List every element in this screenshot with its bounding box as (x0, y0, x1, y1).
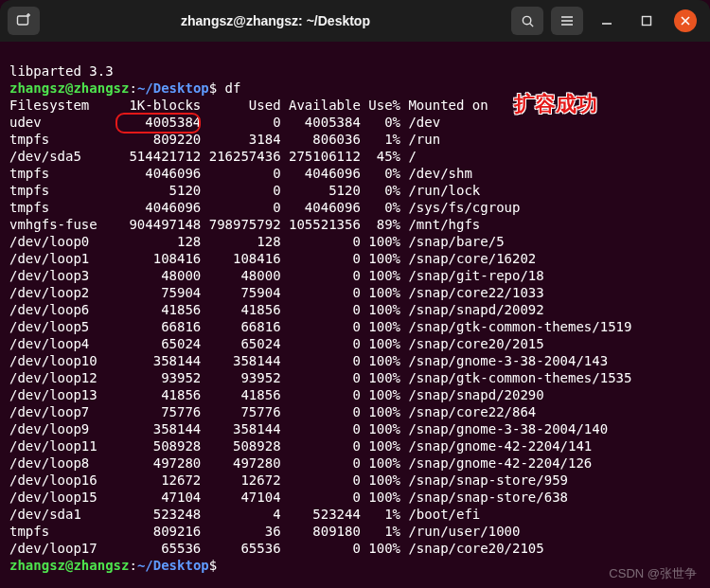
df-row: /dev/loop16 12672 12672 0 100% /snap/sna… (9, 472, 701, 489)
terminal-output[interactable]: libparted 3.3zhangsz@zhangsz:~/Desktop$ … (0, 42, 710, 588)
df-row: /dev/loop5 66816 66816 0 100% /snap/gtk-… (9, 318, 701, 335)
prompt-colon: : (129, 80, 136, 96)
titlebar: zhangsz@zhangsz: ~/Desktop (0, 0, 710, 42)
df-row: tmpfs 809220 3184 806036 1% /run (9, 131, 701, 148)
df-row: tmpfs 4046096 0 4046096 0% /dev/shm (9, 165, 701, 182)
df-row: /dev/loop10 358144 358144 0 100% /snap/g… (9, 352, 701, 369)
df-row: /dev/sda5 514421712 216257436 275106112 … (9, 148, 701, 165)
df-row: /dev/loop13 41856 41856 0 100% /snap/sna… (9, 386, 701, 403)
df-row: /dev/loop7 75776 75776 0 100% /snap/core… (9, 403, 701, 420)
maximize-button[interactable] (630, 7, 663, 35)
df-row: /dev/loop11 508928 508928 0 100% /snap/g… (9, 437, 701, 454)
search-icon (521, 14, 535, 28)
hamburger-menu-button[interactable] (551, 7, 583, 35)
df-row: udev 4005384 0 4005384 0% /dev (9, 114, 701, 131)
window-title: zhangsz@zhangsz: ~/Desktop (47, 12, 504, 29)
df-row: /dev/loop3 48000 48000 0 100% /snap/git-… (9, 267, 701, 284)
df-row: /dev/loop0 128 128 0 100% /snap/bare/5 (9, 233, 701, 250)
prompt-path: ~/Desktop (137, 558, 209, 573)
df-row: /dev/loop1 108416 108416 0 100% /snap/co… (9, 250, 701, 267)
close-button[interactable] (674, 9, 697, 32)
lib-line: libparted 3.3 (9, 62, 701, 80)
df-row: /dev/loop8 497280 497280 0 100% /snap/gn… (9, 454, 701, 472)
maximize-icon (641, 15, 652, 27)
svg-rect-9 (643, 17, 651, 26)
df-row: /dev/loop4 65024 65024 0 100% /snap/core… (9, 335, 701, 352)
df-header: Filesystem 1K-blocks Used Available Use%… (9, 97, 701, 114)
df-row: /dev/loop2 75904 75904 0 100% /snap/core… (9, 284, 701, 301)
df-row: /dev/loop12 93952 93952 0 100% /snap/gtk… (9, 369, 701, 386)
svg-rect-0 (18, 16, 28, 25)
prompt-colon: : (129, 558, 136, 573)
df-row: /dev/loop17 65536 65536 0 100% /snap/cor… (9, 540, 701, 557)
minimize-button[interactable] (591, 7, 623, 35)
prompt-line-2[interactable]: zhangsz@zhangsz:~/Desktop$ (9, 557, 701, 574)
watermark: CSDN @张世争 (609, 565, 697, 582)
svg-point-3 (523, 16, 530, 24)
df-row: /dev/loop6 41856 41856 0 100% /snap/snap… (9, 301, 701, 318)
new-tab-button[interactable] (8, 7, 40, 35)
hamburger-icon (560, 14, 574, 27)
df-row: /dev/loop15 47104 47104 0 100% /snap/sna… (9, 489, 701, 506)
prompt-path: ~/Desktop (137, 80, 209, 96)
prompt-dollar: $ (209, 558, 217, 573)
search-button[interactable] (511, 7, 543, 35)
svg-line-4 (529, 23, 532, 26)
minimize-icon (601, 15, 612, 27)
prompt-userhost: zhangsz@zhangsz (9, 80, 129, 96)
df-row: tmpfs 4046096 0 4046096 0% /sys/fs/cgrou… (9, 199, 701, 216)
df-row: tmpfs 809216 36 809180 1% /run/user/1000 (9, 523, 701, 540)
df-row: /dev/loop9 358144 358144 0 100% /snap/gn… (9, 420, 701, 437)
prompt-dollar: $ (209, 80, 217, 96)
prompt-userhost: zhangsz@zhangsz (9, 558, 129, 573)
prompt-line-1: zhangsz@zhangsz:~/Desktop$ df (9, 80, 701, 97)
command: df (225, 80, 241, 96)
new-tab-icon (16, 13, 31, 28)
df-row: tmpfs 5120 0 5120 0% /run/lock (9, 182, 701, 199)
df-row: vmhgfs-fuse 904497148 798975792 10552135… (9, 216, 701, 233)
df-row: /dev/sda1 523248 4 523244 1% /boot/efi (9, 506, 701, 523)
close-icon (681, 16, 690, 26)
